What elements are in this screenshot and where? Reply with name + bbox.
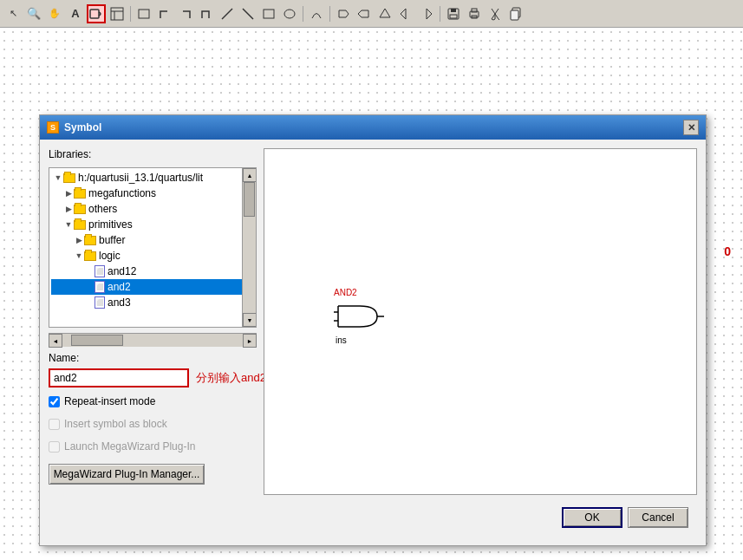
svg-rect-16 [450, 15, 457, 18]
tri-btn[interactable] [375, 4, 394, 23]
print-btn[interactable] [465, 4, 484, 23]
hscroll-track[interactable] [62, 334, 243, 347]
toolbar: ↖ 🔍 ✋ A [0, 0, 743, 28]
hscroll-right-btn[interactable]: ► [243, 334, 257, 348]
insert-block-label: Insert symbol as block [64, 418, 167, 430]
tree-toggle-logic[interactable]: ▼ [74, 251, 84, 261]
cut-btn[interactable] [486, 4, 505, 23]
launch-megawizard-row: Launch MegaWizard Plug-In [49, 438, 257, 455]
tree-text-and2: and2 [108, 281, 131, 293]
line-btn[interactable] [218, 4, 237, 23]
tree-text-others: others [88, 203, 117, 215]
tri2-btn[interactable] [396, 4, 415, 23]
tree-toggle-buffer[interactable]: ▶ [74, 235, 84, 245]
rect2-btn[interactable] [259, 4, 278, 23]
corner-btn[interactable] [155, 4, 174, 23]
tree-toggle-root[interactable]: ▼ [53, 173, 63, 183]
insert-symbol-btn[interactable] [87, 4, 106, 23]
toolbar-sep-4 [440, 6, 440, 22]
scroll-down-btn[interactable]: ▼ [243, 313, 257, 327]
tree-item-buffer[interactable]: ▶ buffer [51, 232, 242, 248]
select-tool-btn[interactable]: ↖ [3, 4, 23, 23]
svg-marker-13 [427, 9, 432, 19]
tree-toggle-primitives[interactable]: ▼ [63, 219, 74, 230]
tree-folder-primitives [74, 220, 86, 230]
tree-hscrollbar[interactable]: ◄ ► [49, 333, 257, 347]
tree-item-megafunctions[interactable]: ▶ megafunctions [51, 186, 242, 201]
gate-name-label: AND2 [334, 288, 386, 297]
tshape-btn[interactable] [197, 4, 216, 23]
tri3-btn[interactable] [417, 4, 436, 23]
svg-rect-0 [90, 10, 99, 18]
tree-item-and2[interactable]: ▶ ⬜ and2 [51, 279, 242, 295]
io-btn[interactable] [334, 4, 353, 23]
tree-item-and12[interactable]: ▶ ⬜ and12 [51, 264, 242, 279]
dialog-titlebar: S Symbol ✕ [40, 115, 706, 140]
tree-item-and3[interactable]: ▶ ⬜ and3 [51, 295, 242, 310]
cancel-btn[interactable]: Cancel [628, 507, 688, 528]
line2-btn[interactable] [238, 4, 257, 23]
ellipse-btn[interactable] [280, 4, 299, 23]
tree-folder-others [74, 205, 86, 214]
name-label: Name: [49, 352, 257, 364]
tree-text-logic: logic [99, 250, 121, 262]
name-input[interactable] [49, 368, 189, 387]
svg-rect-15 [451, 9, 456, 12]
dialog-main: Libraries: ▼ h:/quartusii_13.1/quartus/l… [49, 148, 697, 495]
svg-marker-11 [380, 9, 390, 17]
io2-btn[interactable] [355, 4, 374, 23]
tree-container[interactable]: ▼ h:/quartusii_13.1/quartus/lit ▶ meg [49, 167, 257, 328]
copy-btn[interactable] [506, 4, 525, 23]
tree-item-root[interactable]: ▼ h:/quartusii_13.1/quartus/lit [51, 170, 242, 186]
pan-btn[interactable]: ✋ [45, 4, 64, 23]
ok-btn[interactable]: OK [562, 507, 622, 528]
dialog-title-text: Symbol [64, 121, 101, 133]
tree-toggle-megafunctions[interactable]: ▶ [63, 188, 74, 199]
tree-toggle-others[interactable]: ▶ [63, 204, 74, 214]
arc-btn[interactable] [307, 4, 326, 23]
svg-line-6 [243, 9, 253, 19]
tree-item-logic[interactable]: ▼ logic [51, 248, 242, 264]
toolbar-sep-2 [303, 6, 303, 22]
tree-file-and2: ⬜ [95, 281, 105, 293]
corner2-btn[interactable] [176, 4, 195, 23]
scroll-track[interactable] [243, 182, 256, 313]
dialog-title-icon: S [47, 121, 59, 133]
canvas-area[interactable]: 0 S Symbol ✕ Libraries: [0, 28, 743, 560]
dialog-title-content: S Symbol [47, 121, 101, 133]
tree-text-and12: and12 [108, 265, 136, 277]
name-row: Name: 分别输入and2，xor ... [49, 352, 257, 387]
hscroll-thumb[interactable] [71, 335, 123, 346]
symbol-dialog: S Symbol ✕ Libraries: [39, 114, 707, 546]
rect-btn[interactable] [134, 4, 153, 23]
svg-rect-21 [511, 10, 518, 20]
zoom-in-btn[interactable]: 🔍 [24, 4, 43, 23]
save-btn[interactable] [444, 4, 463, 23]
megawizard-btn[interactable]: MegaWizard Plug-In Manager... [49, 464, 205, 485]
tree-text-root: h:/quartusii_13.1/quartus/lit [78, 172, 203, 184]
tree-text-primitives: primitives [88, 218, 133, 231]
tree-inner[interactable]: ▼ h:/quartusii_13.1/quartus/lit ▶ meg [49, 168, 256, 327]
tree-folder-logic [84, 251, 96, 261]
text-btn[interactable]: A [66, 4, 85, 23]
hscroll-left-btn[interactable]: ◄ [49, 334, 62, 348]
svg-rect-4 [139, 10, 149, 18]
scroll-up-btn[interactable]: ▲ [243, 168, 257, 182]
tree-item-others[interactable]: ▶ others [51, 201, 242, 217]
svg-rect-7 [264, 10, 274, 18]
svg-marker-12 [401, 9, 406, 19]
svg-rect-1 [111, 8, 123, 20]
tree-item-primitives[interactable]: ▼ primitives [51, 217, 242, 232]
block-btn[interactable] [108, 4, 127, 23]
tree-folder-megafunctions [74, 189, 86, 199]
tree-folder-root [63, 173, 75, 183]
repeat-insert-checkbox[interactable] [49, 396, 60, 407]
launch-megawizard-checkbox[interactable] [49, 441, 60, 453]
toolbar-sep-1 [130, 6, 131, 22]
tree-vscrollbar[interactable]: ▲ ▼ [242, 168, 256, 327]
insert-block-checkbox[interactable] [49, 419, 60, 430]
repeat-insert-label[interactable]: Repeat-insert mode [64, 395, 155, 407]
tree-text-buffer: buffer [99, 234, 125, 246]
dialog-close-btn[interactable]: ✕ [683, 120, 699, 135]
scroll-thumb[interactable] [244, 182, 255, 217]
